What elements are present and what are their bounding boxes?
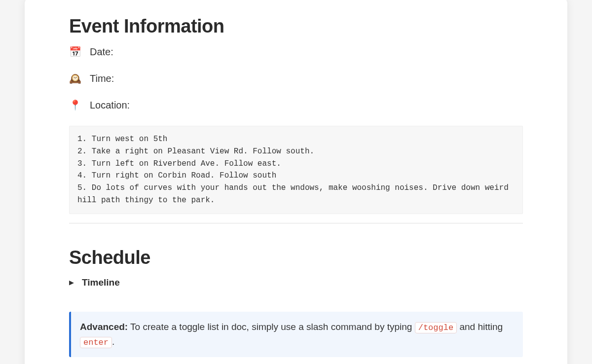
inline-code-enter: enter	[80, 337, 112, 348]
callout-bold: Advanced:	[80, 322, 128, 332]
caret-right-icon: ▶	[69, 279, 76, 286]
time-label: Time:	[90, 73, 114, 84]
info-row-date: 📅 Date:	[69, 46, 523, 58]
document-page: Event Information 📅 Date: 🕰️ Time: 📍 Loc…	[25, 0, 567, 364]
pin-icon: 📍	[69, 99, 81, 111]
calendar-icon: 📅	[69, 46, 81, 58]
inline-code-toggle: /toggle	[415, 322, 457, 333]
date-label: Date:	[90, 46, 113, 58]
callout-text-3: .	[112, 336, 114, 347]
callout-text-2: and hitting	[457, 322, 503, 332]
clock-icon: 🕰️	[69, 73, 81, 84]
schedule-heading: Schedule	[69, 247, 523, 268]
callout-text-1: To create a toggle list in doc, simply u…	[128, 322, 415, 332]
timeline-toggle-label: Timeline	[82, 277, 120, 288]
info-row-location: 📍 Location:	[69, 99, 523, 111]
directions-block: 1. Turn west on 5th 2. Take a right on P…	[69, 126, 523, 214]
info-row-time: 🕰️ Time:	[69, 73, 523, 84]
event-info-heading: Event Information	[69, 16, 523, 37]
advanced-callout: Advanced: To create a toggle list in doc…	[69, 312, 523, 358]
timeline-toggle[interactable]: ▶ Timeline	[69, 277, 523, 288]
section-divider	[69, 223, 523, 223]
document-content: Event Information 📅 Date: 🕰️ Time: 📍 Loc…	[69, 16, 523, 357]
location-label: Location:	[90, 100, 130, 111]
